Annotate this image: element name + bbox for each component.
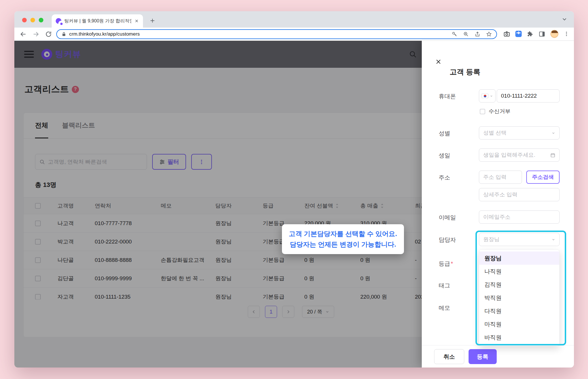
dropdown-option[interactable]: 김직원 (479, 278, 559, 291)
country-flag-select[interactable] (479, 89, 496, 103)
dropdown-option[interactable]: 다직원 (479, 304, 559, 318)
dropdown-option[interactable]: 나직원 (479, 265, 559, 278)
tab-title: 팅커뷰 | 월 9,900원 가장 합리적인 (64, 18, 131, 24)
submit-button[interactable]: 등록 (469, 349, 497, 364)
translate-icon[interactable] (515, 31, 522, 37)
address-bar[interactable]: crm.thinkofyou.kr/app/customers (56, 29, 497, 39)
panel-title: 고객 등록 (450, 67, 480, 77)
korea-flag-icon (481, 94, 488, 98)
calendar-icon[interactable] (550, 153, 555, 158)
address-field[interactable] (479, 171, 522, 184)
optout-label: 수신거부 (489, 108, 510, 115)
phone-field[interactable] (497, 89, 560, 103)
chevron-down-icon (490, 94, 493, 98)
coach-tooltip: 고객 기본담당자를 선택할 수 있어요. 담당자는 언제든 변경이 가능합니다. (282, 224, 404, 254)
gender-select[interactable]: 성별 선택 (479, 126, 560, 140)
panel-close-icon[interactable] (435, 59, 442, 65)
url-text: crm.thinkofyou.kr/app/customers (69, 31, 140, 37)
sidebar-toggle-icon[interactable] (539, 31, 545, 37)
zoom-icon[interactable] (463, 31, 469, 37)
email-label: 이메일 (439, 214, 456, 221)
dropdown-option[interactable]: 원장님 (479, 252, 559, 265)
bookmark-star-icon[interactable] (486, 31, 492, 37)
maximize-window-button[interactable] (39, 18, 43, 22)
address-input[interactable] (483, 174, 518, 180)
browser-menu-icon[interactable] (564, 31, 569, 37)
cancel-button[interactable]: 취소 (434, 349, 464, 364)
reload-button[interactable] (45, 30, 52, 38)
tab-favicon (56, 18, 61, 24)
app-viewport: 팅커뷰 고객리스트 ? 전체 블랙리스트 (14, 41, 574, 368)
chevron-down-icon (552, 238, 555, 241)
required-asterisk: * (451, 260, 453, 267)
address-detail-input[interactable] (483, 192, 555, 198)
tab-close-icon[interactable] (134, 19, 139, 23)
manager-dropdown: 원장님 나직원 김직원 박직원 다직원 마직원 바직원 (479, 250, 560, 346)
tag-label: 태그 (439, 282, 450, 289)
browser-toolbar: crm.thinkofyou.kr/app/customers (14, 28, 574, 41)
minimize-window-button[interactable] (30, 18, 35, 22)
share-icon[interactable] (475, 31, 480, 37)
email-field[interactable] (479, 210, 560, 224)
tab-strip: 팅커뷰 | 월 9,900원 가장 합리적인 (14, 11, 574, 28)
back-button[interactable] (20, 30, 27, 38)
chevron-down-icon (552, 131, 555, 135)
customer-register-panel: 고객 등록 휴대폰 수신거부 성별 성별 선택 (422, 41, 574, 368)
forward-button[interactable] (32, 30, 40, 38)
screenshot-camera-icon[interactable] (503, 30, 510, 37)
password-key-icon[interactable] (452, 31, 457, 37)
memo-label: 메모 (439, 304, 450, 312)
coach-tooltip-line2: 담당자는 언제든 변경이 가능합니다. (289, 239, 397, 250)
dropdown-option[interactable]: 마직원 (479, 318, 559, 331)
gender-label: 성별 (439, 129, 450, 137)
grade-label: 등급* (439, 260, 453, 268)
email-input[interactable] (483, 214, 555, 220)
phone-input[interactable] (501, 93, 555, 99)
close-window-button[interactable] (22, 18, 27, 22)
extensions-puzzle-icon[interactable] (527, 31, 533, 37)
manager-label: 담당자 (439, 236, 456, 244)
profile-avatar[interactable] (550, 30, 558, 38)
optout-row[interactable]: 수신거부 (480, 108, 510, 115)
site-lock-icon (61, 32, 66, 37)
address-label: 주소 (439, 174, 450, 181)
tab-search-chevron-icon[interactable] (561, 16, 568, 22)
phone-label: 휴대폰 (439, 92, 456, 100)
manager-select[interactable]: 원장님 (479, 233, 560, 246)
birthday-field[interactable] (479, 148, 560, 162)
birthday-label: 생일 (439, 152, 450, 159)
coach-tooltip-line1: 고객 기본담당자를 선택할 수 있어요. (289, 229, 397, 239)
browser-window: 팅커뷰 | 월 9,900원 가장 합리적인 crm.thinkofyou.kr… (14, 11, 574, 368)
dropdown-option[interactable]: 박직원 (479, 291, 559, 304)
birthday-input[interactable] (483, 152, 550, 158)
address-detail-field[interactable] (479, 188, 560, 201)
new-tab-button[interactable] (148, 16, 157, 25)
dropdown-option[interactable]: 바직원 (479, 331, 559, 344)
browser-tab[interactable]: 팅커뷰 | 월 9,900원 가장 합리적인 (52, 14, 143, 28)
address-search-button[interactable]: 주소검색 (526, 171, 560, 184)
panel-footer: 취소 등록 (422, 345, 574, 368)
optout-checkbox[interactable] (480, 109, 485, 114)
traffic-lights (22, 18, 43, 22)
